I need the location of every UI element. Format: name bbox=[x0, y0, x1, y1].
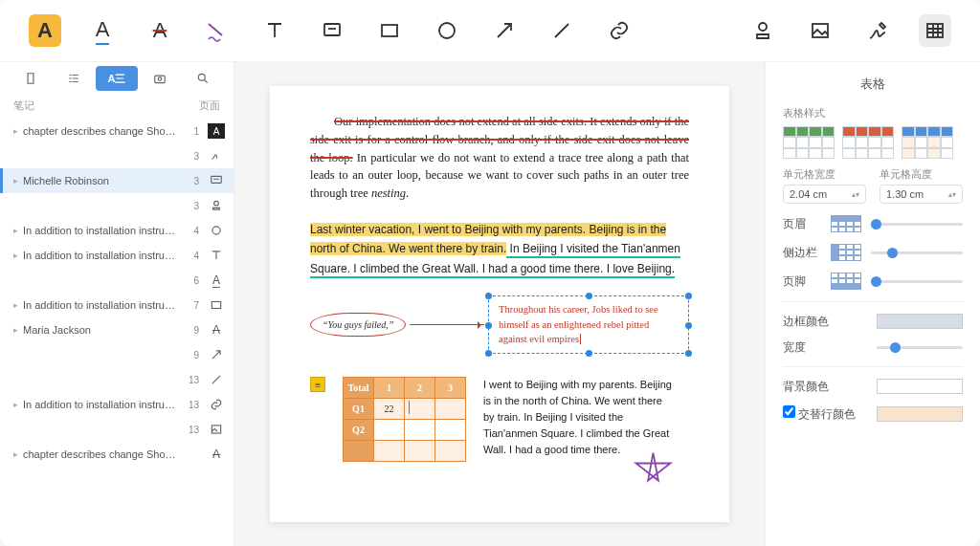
T-icon bbox=[203, 246, 230, 265]
bg-color-swatch[interactable] bbox=[877, 379, 963, 394]
document-page: Our implementation does not extend at al… bbox=[270, 86, 729, 522]
page-label: 页面 bbox=[199, 98, 220, 113]
annotation-list: ▸chapter describes change Sho…1A3▸Michel… bbox=[0, 119, 234, 546]
sidebar-toggle-icon[interactable] bbox=[831, 244, 861, 261]
cell-height-input[interactable]: 1.30 cm▴▾ bbox=[880, 185, 963, 204]
svg-point-8 bbox=[198, 74, 205, 80]
circle-icon bbox=[203, 221, 230, 240]
annotation-toolbar: A A A bbox=[0, 0, 980, 62]
image-icon bbox=[203, 420, 230, 439]
body-text: I went to Beijing with my parents. Beiji… bbox=[483, 377, 675, 458]
line-icon bbox=[203, 370, 230, 389]
signature-tool[interactable] bbox=[861, 14, 894, 47]
table-style-2[interactable] bbox=[842, 126, 894, 159]
annotation-list-item[interactable]: 9 bbox=[0, 342, 234, 367]
A-strike-icon: A bbox=[203, 320, 230, 339]
A-strike-icon: A bbox=[203, 445, 230, 464]
sticky-note-icon[interactable]: ≡ bbox=[310, 377, 325, 392]
signature-icon bbox=[203, 146, 230, 165]
underline-tool[interactable]: A bbox=[86, 14, 119, 47]
table-style-1[interactable] bbox=[783, 126, 835, 159]
annotation-list-item[interactable]: 13 bbox=[0, 367, 234, 392]
svg-point-10 bbox=[214, 201, 219, 206]
border-color-swatch[interactable] bbox=[877, 314, 963, 329]
annotations-tab[interactable]: A三 bbox=[96, 66, 139, 91]
line-tool[interactable] bbox=[546, 14, 578, 47]
highlight-tool[interactable]: A bbox=[29, 14, 61, 47]
svg-rect-13 bbox=[212, 426, 220, 433]
star-drawing[interactable] bbox=[632, 450, 675, 493]
annotation-list-item[interactable]: ▸In addition to installation instru…4 bbox=[0, 218, 234, 243]
svg-rect-0 bbox=[324, 24, 340, 35]
svg-point-2 bbox=[439, 23, 455, 38]
rect-icon bbox=[203, 295, 230, 315]
arrow-icon bbox=[203, 345, 230, 364]
stamp-tool[interactable] bbox=[746, 14, 779, 47]
snapshot-tab[interactable] bbox=[138, 66, 181, 91]
alt-row-checkbox[interactable] bbox=[783, 405, 795, 418]
document-canvas[interactable]: Our implementation does not extend at al… bbox=[234, 62, 765, 546]
svg-rect-5 bbox=[927, 24, 943, 37]
border-width-slider[interactable] bbox=[877, 346, 963, 349]
squiggly-tool[interactable] bbox=[201, 14, 234, 47]
svg-rect-1 bbox=[382, 25, 397, 36]
arrow-annotation[interactable] bbox=[410, 324, 484, 325]
table-properties-panel: 表格 表格样式 单元格宽度 2.04 cm▴▾ 单元格高度 1.30 cm▴▾ … bbox=[765, 62, 980, 546]
sidebar-tabs: A三 bbox=[0, 62, 234, 95]
svg-rect-4 bbox=[813, 24, 828, 37]
panel-title: 表格 bbox=[783, 76, 963, 93]
link-tool[interactable] bbox=[603, 14, 635, 47]
header-toggle-icon[interactable] bbox=[831, 215, 861, 232]
annotation-list-item[interactable]: 3 bbox=[0, 143, 234, 168]
thumbnails-tab[interactable] bbox=[10, 66, 53, 91]
annotation-list-item[interactable]: 13 bbox=[0, 417, 234, 442]
rectangle-tool[interactable] bbox=[373, 14, 406, 47]
link-icon bbox=[203, 395, 230, 414]
strikethrough-tool[interactable]: A bbox=[144, 14, 176, 47]
annotation-list-item[interactable]: ▸Maria Jackson9A bbox=[0, 317, 234, 342]
annotation-list-item[interactable]: 3 bbox=[0, 193, 234, 218]
sidebar-slider[interactable] bbox=[871, 251, 963, 254]
outline-tab[interactable] bbox=[53, 66, 96, 91]
text-tool[interactable] bbox=[258, 14, 291, 47]
annotation-list-item[interactable]: ▸chapter describes change Sho…A bbox=[0, 442, 234, 467]
table-style-3[interactable] bbox=[902, 126, 953, 159]
A-block-icon: A bbox=[203, 121, 230, 141]
footer-toggle-icon[interactable] bbox=[831, 273, 861, 290]
image-tool[interactable] bbox=[804, 14, 836, 47]
annotation-list-item[interactable]: ▸In addition to installation instru…7 bbox=[0, 293, 234, 317]
annotation-list-item[interactable]: ▸chapter describes change Sho…1A bbox=[0, 119, 234, 143]
textbox-annotation[interactable]: Throughout his career, Jobs liked to see… bbox=[488, 295, 689, 354]
annotation-list-item[interactable]: ▸In addition to installation instru…13 bbox=[0, 392, 234, 417]
svg-point-11 bbox=[212, 227, 220, 234]
note-tool[interactable] bbox=[316, 14, 348, 47]
stamp-icon bbox=[203, 196, 230, 215]
A-ul-icon: A bbox=[203, 271, 230, 290]
arrow-tool[interactable] bbox=[488, 14, 521, 47]
footer-slider[interactable] bbox=[871, 280, 963, 283]
circle-tool[interactable] bbox=[431, 14, 463, 47]
search-tab[interactable] bbox=[181, 66, 224, 91]
notes-label: 笔记 bbox=[13, 98, 34, 113]
annotation-list-item[interactable]: ▸In addition to installation instru…4 bbox=[0, 243, 234, 268]
header-slider[interactable] bbox=[871, 223, 963, 226]
annotation-list-item[interactable]: 6A bbox=[0, 268, 234, 293]
svg-point-3 bbox=[759, 23, 767, 31]
annotation-list-item[interactable]: ▸Michelle Robinson3 bbox=[0, 168, 234, 193]
svg-rect-6 bbox=[155, 76, 166, 83]
left-sidebar: A三 笔记 页面 ▸chapter describes change Sho…1… bbox=[0, 62, 234, 546]
svg-point-7 bbox=[158, 77, 162, 81]
table-tool[interactable] bbox=[919, 14, 951, 47]
sample-table[interactable]: Total123 Q122 Q2 bbox=[343, 377, 466, 462]
cell-width-input[interactable]: 2.04 cm▴▾ bbox=[783, 185, 866, 204]
comment-icon bbox=[203, 171, 230, 190]
alt-color-swatch[interactable] bbox=[877, 406, 963, 422]
svg-rect-12 bbox=[212, 302, 220, 309]
quote-annotation[interactable]: “You guys failed,” bbox=[310, 313, 406, 337]
